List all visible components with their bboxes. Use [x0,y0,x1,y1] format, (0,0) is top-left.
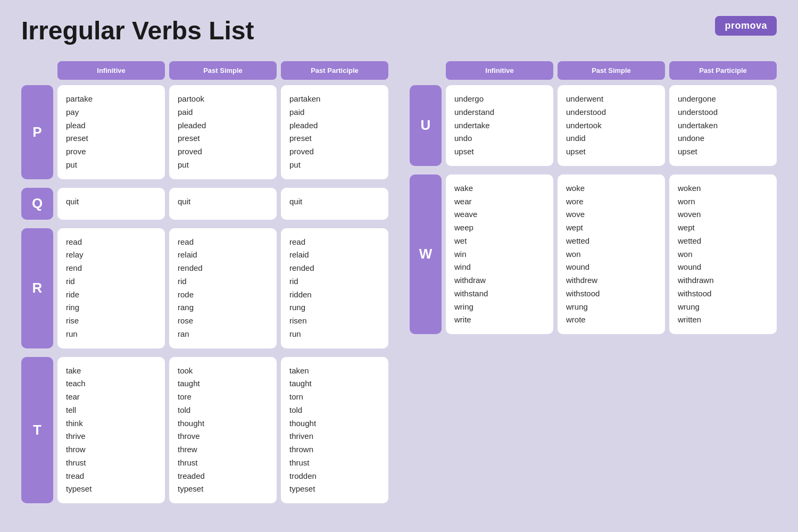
verb-word: wrung [566,301,656,314]
verb-word: upset [566,145,656,159]
verb-word: take [66,364,156,378]
verb-word: rode [178,288,268,302]
verb-word: read [178,236,268,249]
verb-word: threw [178,443,268,456]
verb-word: wound [678,261,768,274]
verb-word: wetted [566,235,656,248]
verb-word: undergo [454,93,545,106]
verb-word: upset [454,145,545,159]
verb-word: preset [66,132,156,145]
verb-word: teach [66,377,156,390]
verb-word: proved [289,145,380,159]
verb-word: ridden [289,288,380,302]
verb-word: undone [678,132,768,145]
verb-word: ride [66,288,156,302]
verb-word: put [66,159,156,172]
letter-cell: Q [21,188,53,220]
verb-cell-pastSimple: partookpaidpleadedpresetprovedput [169,85,277,179]
verb-word: win [454,248,545,261]
verb-word: underwent [566,93,656,106]
verb-word: typeset [289,483,380,496]
verb-word: write [454,313,545,327]
verb-cell-infinitive: undergounderstandundertakeundoupset [446,85,553,166]
verb-word: wept [678,221,768,235]
verb-word: wrung [678,301,768,314]
page-header: Irregular Verbs List promova [21,16,777,45]
verb-word: thrive [66,430,156,443]
verb-word: ran [178,328,268,341]
verb-cell-pastSimple: underwentunderstoodundertookundidupset [558,85,665,166]
verb-word: upset [678,145,768,159]
verb-cell-infinitive: partakepaypleadpresetproveput [57,85,165,179]
verb-word: weep [454,221,545,235]
page-title: Irregular Verbs List [21,16,254,45]
verb-word: wept [566,221,656,235]
verb-word: quit [178,195,268,209]
right-rows: Uundergounderstandundertakeundoupsetunde… [410,85,777,343]
verb-word: thrown [289,443,380,456]
left-col-headers: Infinitive Past Simple Past Participle [21,61,388,80]
letter-row: Wwakewearweaveweepwetwinwindwithdrawwith… [410,174,777,334]
verb-word: woven [678,208,768,221]
verb-word: wrote [566,313,656,327]
right-header-infinitive: Infinitive [446,61,553,80]
logo: promova [715,16,777,36]
verb-word: thought [178,417,268,430]
verb-word: treaded [178,470,268,483]
verb-word: run [289,328,380,341]
verb-word: pleaded [178,119,268,132]
verb-word: relaid [289,248,380,262]
verb-word: wove [566,208,656,221]
verb-word: written [678,313,768,327]
verb-cell-pastParticiple: quit [281,188,388,220]
verb-word: preset [289,132,380,145]
verb-word: undertook [566,119,656,132]
verb-cell-infinitive: taketeachteartellthinkthrivethrowthrustt… [57,357,165,504]
verb-word: thrust [66,456,156,470]
verb-word: tore [178,390,268,404]
verb-word: rid [289,275,380,288]
verb-word: withstood [566,287,656,301]
verb-word: partake [66,93,156,106]
verb-word: torn [289,390,380,404]
verb-word: tear [66,390,156,404]
left-header-past-participle: Past Participle [281,61,388,80]
verb-cell-infinitive: wakewearweaveweepwetwinwindwithdrawwiths… [446,174,553,334]
verb-word: withdraw [454,274,545,287]
verb-word: withdrawn [678,274,768,287]
verb-word: ring [66,301,156,314]
verb-word: rise [66,314,156,328]
verb-word: prove [66,145,156,159]
verb-word: paid [178,106,268,119]
verb-word: rended [289,262,380,275]
letter-cell: W [410,174,442,334]
verb-word: woke [566,182,656,195]
verb-word: withstood [678,287,768,301]
verb-word: quit [66,195,156,209]
verb-word: withstand [454,287,545,301]
verb-word: partaken [289,93,380,106]
verb-word: rose [178,314,268,328]
verb-cell-pastSimple: wokeworewoveweptwettedwonwoundwithdrewwi… [558,174,665,334]
verb-word: wring [454,301,545,314]
verb-cell-pastSimple: readrelaidrendedridroderangroseran [169,228,277,348]
verb-word: rended [178,262,268,275]
verb-word: understood [566,106,656,119]
verb-word: understand [454,106,545,119]
right-half: Infinitive Past Simple Past Participle U… [410,61,777,512]
verb-word: run [66,328,156,341]
verb-word: partook [178,93,268,106]
verb-cell-pastSimple: quit [169,188,277,220]
verb-word: won [678,248,768,261]
verb-word: plead [66,119,156,132]
verb-word: preset [178,132,268,145]
right-header-past-simple: Past Simple [558,61,665,80]
verb-cell-pastParticiple: partakenpaidpleadedpresetprovedput [281,85,388,179]
verb-word: read [66,236,156,249]
verb-word: relay [66,248,156,262]
verb-word: taken [289,364,380,378]
verb-word: rid [178,275,268,288]
verb-word: undid [566,132,656,145]
verb-word: undertaken [678,119,768,132]
verb-word: typeset [178,483,268,496]
